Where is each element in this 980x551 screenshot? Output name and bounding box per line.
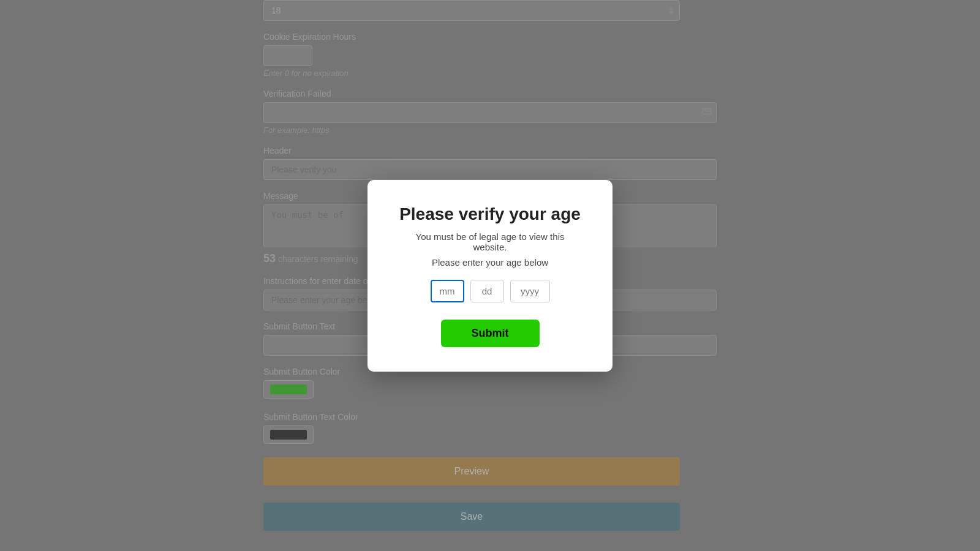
date-input-group bbox=[398, 280, 582, 302]
year-input[interactable] bbox=[510, 280, 550, 302]
modal-instructions: Please enter your age below bbox=[398, 257, 582, 268]
month-input[interactable] bbox=[431, 280, 464, 302]
modal-subtitle: You must be of legal age to view this we… bbox=[398, 231, 582, 252]
submit-button[interactable]: Submit bbox=[441, 320, 540, 347]
day-input[interactable] bbox=[470, 280, 504, 302]
age-verification-modal: Please verify your age You must be of le… bbox=[368, 180, 612, 372]
modal-overlay[interactable]: Please verify your age You must be of le… bbox=[0, 0, 980, 551]
modal-title: Please verify your age bbox=[398, 204, 582, 224]
